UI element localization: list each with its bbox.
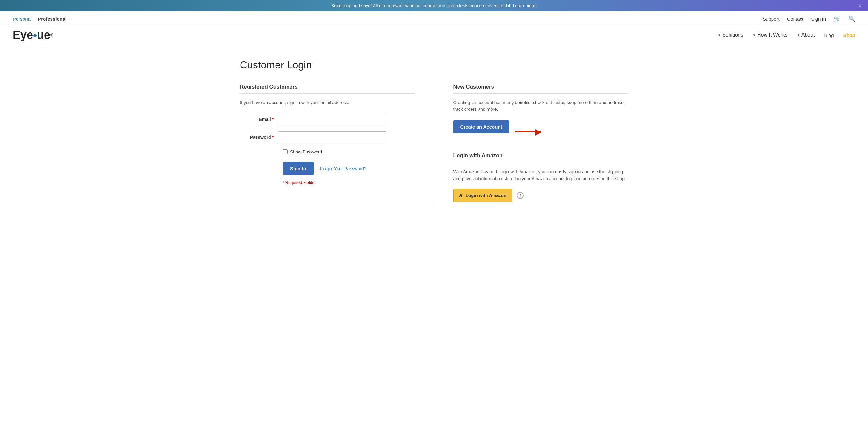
contact-link[interactable]: Contact xyxy=(787,16,804,22)
email-row: Email* xyxy=(240,114,415,125)
signin-action-row: Sign In Forgot Your Password? xyxy=(283,162,415,175)
main-nav: Eyeue® ▼ Solutions ▼ How It Works ▼ Abou… xyxy=(0,25,868,47)
solutions-dropdown[interactable]: ▼ Solutions xyxy=(718,32,743,38)
shop-link[interactable]: Shop xyxy=(843,32,856,38)
personal-link[interactable]: Personal xyxy=(13,16,31,22)
logo-reg: ® xyxy=(50,32,54,37)
top-nav: Personal Professional Support Contact Si… xyxy=(0,11,868,25)
top-nav-right: Support Contact Sign In 🛒 🔍 xyxy=(763,15,855,22)
promo-banner: Bundle up and save! All of our award-win… xyxy=(0,0,868,11)
banner-close-button[interactable]: × xyxy=(858,3,862,8)
password-label: Password* xyxy=(240,135,278,140)
new-customers-title: New Customers xyxy=(454,84,628,90)
about-label: About xyxy=(802,32,815,38)
red-arrow-icon xyxy=(516,131,541,133)
banner-text: Bundle up and save! All of our award-win… xyxy=(331,3,537,8)
email-label: Email* xyxy=(240,117,278,122)
new-customers-desc: Creating an account has many benefits: c… xyxy=(454,99,628,113)
required-fields-note: * Required Fields xyxy=(283,180,415,185)
logo-dot xyxy=(33,34,37,37)
blog-link[interactable]: Blog xyxy=(824,32,834,38)
cart-icon[interactable]: 🛒 xyxy=(834,15,841,22)
registered-divider xyxy=(240,93,415,94)
about-dropdown[interactable]: ▼ About xyxy=(797,32,815,38)
support-link[interactable]: Support xyxy=(763,16,779,22)
solutions-arrow-icon: ▼ xyxy=(718,33,721,37)
new-customers-section: New Customers Creating an account has ma… xyxy=(434,84,628,203)
registered-customers-section: Registered Customers If you have an acco… xyxy=(240,84,434,203)
show-password-row: Show Password xyxy=(283,149,415,154)
search-icon[interactable]: 🔍 xyxy=(848,15,855,22)
main-nav-links: ▼ Solutions ▼ How It Works ▼ About Blog … xyxy=(718,32,855,38)
email-required-star: * xyxy=(272,117,274,122)
show-password-label[interactable]: Show Password xyxy=(290,149,322,154)
how-it-works-arrow-icon: ▼ xyxy=(753,33,756,37)
password-required-star: * xyxy=(272,135,274,140)
logo-eye-text: Eye xyxy=(13,28,33,42)
registered-customers-title: Registered Customers xyxy=(240,84,415,90)
email-input[interactable] xyxy=(278,114,386,125)
logo-que-text: ue xyxy=(37,28,50,42)
logo[interactable]: Eyeue® xyxy=(13,28,54,42)
arrow-indicator xyxy=(516,131,541,133)
top-nav-left: Personal Professional xyxy=(13,16,66,22)
create-account-row: Create an Account xyxy=(454,120,628,143)
solutions-label: Solutions xyxy=(722,32,743,38)
how-it-works-dropdown[interactable]: ▼ How It Works xyxy=(753,32,787,38)
signin-button[interactable]: Sign In xyxy=(283,162,314,175)
amazon-button-label: Login with Amazon xyxy=(466,193,506,198)
amazon-help-icon[interactable]: ? xyxy=(517,192,524,199)
how-it-works-label: How It Works xyxy=(757,32,787,38)
amazon-section-title: Login with Amazon xyxy=(454,152,628,159)
show-password-checkbox[interactable] xyxy=(283,149,288,154)
create-account-button[interactable]: Create an Account xyxy=(454,120,509,134)
password-input[interactable] xyxy=(278,131,386,143)
new-customers-divider xyxy=(454,93,628,94)
about-arrow-icon: ▼ xyxy=(797,33,800,37)
amazon-login-row: a Login with Amazon ? xyxy=(454,189,628,203)
page-content: Customer Login Registered Customers If y… xyxy=(227,47,641,222)
professional-link[interactable]: Professional xyxy=(38,16,66,22)
page-title: Customer Login xyxy=(240,59,628,71)
forgot-password-link[interactable]: Forgot Your Password? xyxy=(320,166,367,171)
sign-in-link[interactable]: Sign In xyxy=(811,16,826,22)
amazon-logo-icon: a xyxy=(460,192,463,199)
amazon-divider xyxy=(454,162,628,163)
password-row: Password* xyxy=(240,131,415,143)
registered-customers-desc: If you have an account, sign in with you… xyxy=(240,99,415,106)
login-with-amazon-button[interactable]: a Login with Amazon xyxy=(454,189,513,203)
amazon-description: With Amazon Pay and Login with Amazon, y… xyxy=(454,168,628,182)
two-column-layout: Registered Customers If you have an acco… xyxy=(240,84,628,203)
